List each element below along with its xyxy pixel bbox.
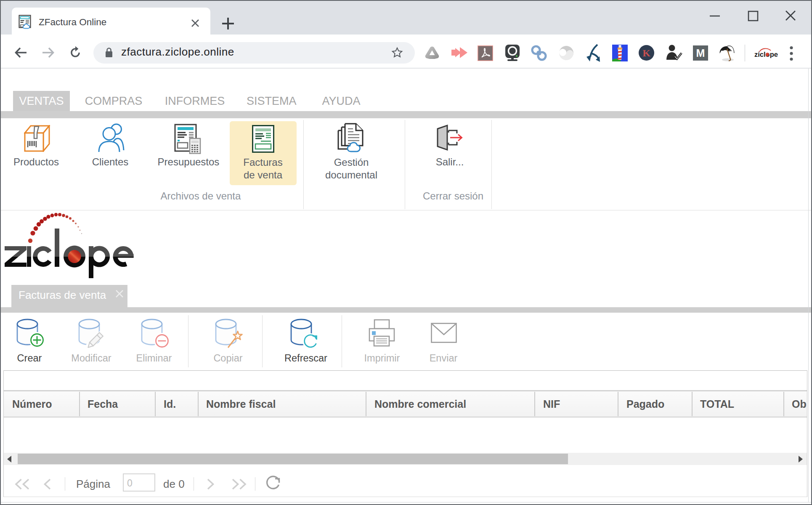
- svg-text:M: M: [696, 47, 705, 59]
- svg-text:K: K: [642, 48, 650, 58]
